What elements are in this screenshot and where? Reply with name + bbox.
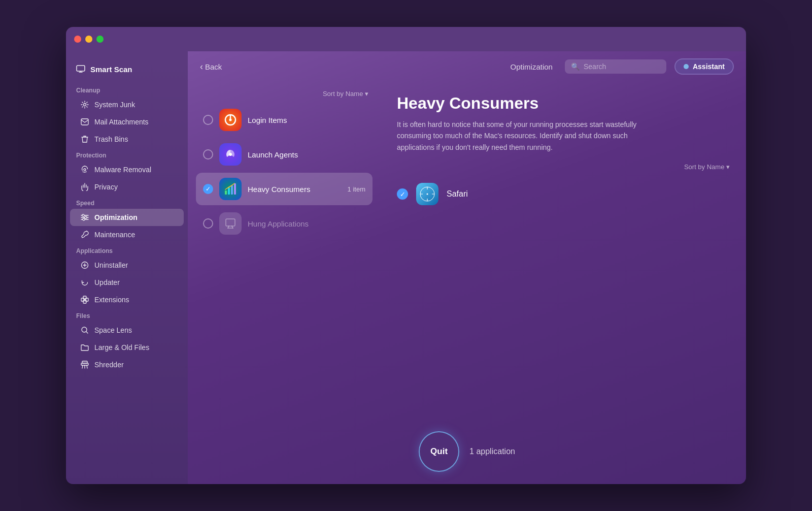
app-count: 1 application [469,447,515,456]
lens-icon [80,326,89,335]
svg-rect-19 [82,361,87,363]
malware-removal-label: Malware Removal [94,166,151,174]
traffic-lights [74,36,104,43]
minimize-button[interactable] [85,36,92,43]
sidebar-item-system-junk[interactable]: System Junk [70,96,184,113]
list-item-heavy-consumers[interactable]: ✓ Heavy Consumers 1 item [196,173,373,205]
login-items-checkbox[interactable] [203,115,213,125]
quit-button[interactable]: Quit [419,431,459,472]
sidebar-item-optimization[interactable]: Optimization [70,209,184,226]
search-icon: 🔍 [571,62,580,71]
login-items-label: Login Items [248,116,365,124]
folder-icon [80,343,89,352]
back-button[interactable]: ‹ Back [200,62,222,71]
main-layout: Smart Scan Cleanup System Junk [66,51,746,484]
extension-icon [80,295,89,304]
safari-checkbox[interactable]: ✓ [397,188,408,200]
login-items-icon [219,109,242,131]
sidebar-item-malware-removal[interactable]: Malware Removal [70,161,184,178]
wrench-icon [80,230,89,239]
svg-point-22 [229,119,232,121]
sidebar-item-privacy[interactable]: Privacy [70,178,184,196]
detail-description: It is often hard to notice that some of … [397,119,661,153]
heavy-consumers-label: Heavy Consumers [248,185,342,194]
svg-point-10 [85,216,87,218]
close-button[interactable] [74,36,81,43]
sort-bar: Sort by Name ▾ [196,88,373,102]
assistant-button[interactable]: Assistant [674,58,734,75]
section-label-cleanup: Cleanup [66,83,188,96]
svg-rect-24 [225,190,227,195]
sidebar-item-space-lens[interactable]: Space Lens [70,322,184,339]
sort-label[interactable]: Sort by Name ▾ [323,90,368,98]
svg-rect-26 [231,185,233,195]
launch-agents-icon [219,143,242,166]
sidebar-item-mail-attachments[interactable]: Mail Attachments [70,113,184,131]
middle-split: Sort by Name ▾ Login Items [188,82,746,423]
detail-sort-label[interactable]: Sort by Name ▾ [684,163,730,171]
extensions-label: Extensions [94,296,129,304]
svg-rect-0 [77,66,85,71]
shredder-label: Shredder [94,361,124,369]
bottom-bar: Quit 1 application [188,423,746,484]
launch-agents-checkbox[interactable] [203,149,213,159]
search-box[interactable]: 🔍 [565,59,666,74]
shredder-icon [80,360,89,369]
back-chevron-icon: ‹ [200,62,203,71]
sidebar: Smart Scan Cleanup System Junk [66,51,188,484]
svg-rect-15 [83,296,86,299]
search-input[interactable] [584,62,660,71]
svg-point-17 [82,327,87,332]
sidebar-item-trash-bins[interactable]: Trash Bins [70,131,184,148]
titlebar [66,27,746,51]
list-item-login-items[interactable]: Login Items [196,104,373,136]
safari-name: Safari [447,189,468,199]
assistant-label: Assistant [693,62,725,71]
system-junk-label: System Junk [94,101,135,109]
svg-point-9 [82,214,84,216]
svg-rect-4 [81,119,88,125]
list-item-launch-agents[interactable]: Launch Agents [196,138,373,171]
hung-applications-checkbox[interactable] [203,218,213,229]
list-item-hung-applications[interactable]: Hung Applications [196,207,373,240]
app-window: Smart Scan Cleanup System Junk [66,27,746,484]
svg-point-23 [229,153,232,156]
section-label-applications: Applications [66,243,188,257]
maintenance-label: Maintenance [94,231,135,239]
section-label-files: Files [66,308,188,322]
space-lens-label: Space Lens [94,326,132,334]
heavy-consumers-checkbox[interactable]: ✓ [203,184,213,194]
trash-bins-label: Trash Bins [94,135,128,143]
content-area: ‹ Back Optimization 🔍 Assistant [188,51,746,484]
section-title: Optimization [511,62,553,71]
section-label-protection: Protection [66,148,188,161]
hung-apps-icon [219,212,242,235]
trash-icon [80,135,89,144]
sidebar-item-smart-scan[interactable]: Smart Scan [66,59,188,79]
smart-scan-label: Smart Scan [90,65,132,74]
maximize-button[interactable] [96,36,104,43]
sidebar-item-updater[interactable]: Updater [70,274,184,291]
sidebar-item-shredder[interactable]: Shredder [70,356,184,373]
svg-point-34 [427,194,428,195]
svg-rect-14 [85,298,88,301]
updater-label: Updater [94,278,120,286]
uninstaller-label: Uninstaller [94,261,128,269]
gear-icon [80,100,89,109]
sidebar-item-maintenance[interactable]: Maintenance [70,226,184,243]
right-panel: Heavy Consumers It is often hard to noti… [381,82,746,423]
heavy-consumers-icon [219,178,242,200]
assistant-dot-icon [684,64,689,69]
sidebar-item-large-old-files[interactable]: Large & Old Files [70,339,184,356]
app-result-safari: ✓ [397,179,730,209]
sidebar-item-extensions[interactable]: Extensions [70,291,184,308]
svg-point-5 [84,169,86,171]
top-bar: ‹ Back Optimization 🔍 Assistant [188,51,746,82]
svg-point-3 [84,104,86,106]
sidebar-item-uninstaller[interactable]: Uninstaller [70,257,184,274]
left-panel: Sort by Name ▾ Login Items [188,82,381,423]
hung-applications-label: Hung Applications [248,219,365,228]
section-label-speed: Speed [66,196,188,209]
mail-icon [80,117,89,126]
detail-title: Heavy Consumers [397,94,730,113]
